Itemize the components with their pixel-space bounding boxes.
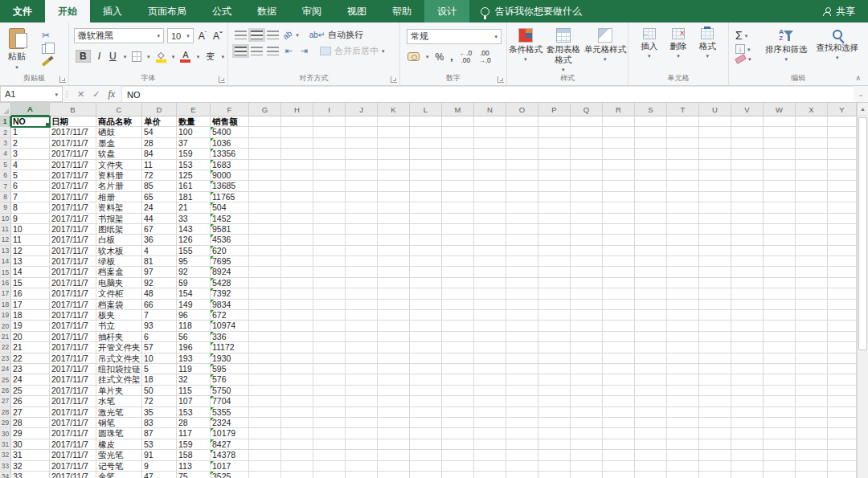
cell-C3[interactable]: 墨盒 [96, 138, 142, 149]
cell-G9[interactable] [249, 202, 281, 213]
phonetic-guide-button[interactable]: 变 [205, 52, 215, 60]
cell-H17[interactable] [281, 288, 313, 299]
cell-E25[interactable]: 32 [177, 374, 211, 385]
row-header-27[interactable]: 27 [0, 396, 11, 407]
cell-D10[interactable]: 44 [142, 214, 177, 224]
cell-J28[interactable] [346, 407, 378, 418]
row-header-1[interactable]: 1 [0, 116, 11, 127]
cell-V6[interactable] [731, 170, 764, 181]
cell-E34[interactable]: 75 [177, 472, 211, 478]
cell-E12[interactable]: 126 [177, 235, 211, 245]
cell-R8[interactable] [603, 192, 635, 202]
cell-X33[interactable] [796, 461, 828, 472]
cell-D33[interactable]: 9 [142, 461, 177, 472]
cell-H3[interactable] [281, 138, 313, 149]
cell-N16[interactable] [474, 278, 506, 288]
cell-I8[interactable] [313, 192, 346, 202]
scrollbar-thumb[interactable] [858, 117, 867, 350]
cell-B9[interactable]: 2017/11/7 [50, 202, 96, 213]
cell-I24[interactable] [313, 364, 346, 374]
column-header-Y[interactable]: Y [828, 103, 857, 116]
cell-S34[interactable] [635, 472, 667, 478]
cell-G18[interactable] [249, 300, 281, 310]
cell-U31[interactable] [699, 439, 731, 450]
cell-X24[interactable] [796, 364, 828, 374]
cell-K6[interactable] [378, 170, 410, 181]
cell-S6[interactable] [635, 170, 667, 181]
cell-W4[interactable] [764, 149, 796, 159]
cell-L6[interactable] [410, 170, 442, 181]
row-header-9[interactable]: 9 [0, 202, 11, 213]
cell-M2[interactable] [442, 127, 474, 137]
cell-Y5[interactable] [828, 160, 857, 170]
cell-J4[interactable] [346, 149, 378, 159]
cell-E27[interactable]: 107 [177, 396, 211, 407]
row-header-3[interactable]: 3 [0, 138, 11, 149]
cell-S12[interactable] [635, 235, 667, 245]
cell-O16[interactable] [506, 278, 538, 288]
row-header-25[interactable]: 25 [0, 374, 11, 385]
cell-P23[interactable] [538, 353, 571, 364]
cell-W18[interactable] [764, 300, 796, 310]
cell-W26[interactable] [764, 386, 796, 396]
cell-J6[interactable] [346, 170, 378, 181]
cell-X16[interactable] [796, 278, 828, 288]
cell-G23[interactable] [249, 353, 281, 364]
cell-E7[interactable]: 161 [177, 181, 211, 191]
cell-Q30[interactable] [571, 428, 603, 439]
cell-W31[interactable] [764, 439, 796, 450]
cell-Y24[interactable] [828, 364, 857, 374]
cell-T7[interactable] [667, 181, 699, 191]
cell-I13[interactable] [313, 246, 346, 256]
clear-button[interactable]: ▾ [735, 56, 751, 62]
cell-P31[interactable] [538, 439, 571, 450]
cell-O1[interactable] [506, 116, 538, 127]
cell-R34[interactable] [603, 472, 635, 478]
cell-V28[interactable] [731, 407, 764, 418]
cell-N11[interactable] [474, 224, 506, 235]
cell-F26[interactable]: 5750 [211, 386, 249, 396]
cell-F12[interactable]: 4536 [211, 235, 249, 245]
cell-I28[interactable] [313, 407, 346, 418]
cell-M28[interactable] [442, 407, 474, 418]
cell-I7[interactable] [313, 181, 346, 191]
cell-W25[interactable] [764, 374, 796, 385]
cell-J32[interactable] [346, 450, 378, 460]
bold-button[interactable]: B [76, 50, 91, 63]
orientation-button[interactable]: ab [281, 29, 293, 41]
cell-H10[interactable] [281, 214, 313, 224]
cell-A25[interactable]: 24 [11, 374, 50, 385]
cell-W21[interactable] [764, 332, 796, 342]
cell-M22[interactable] [442, 342, 474, 353]
cell-I23[interactable] [313, 353, 346, 364]
cell-O13[interactable] [506, 246, 538, 256]
cell-T28[interactable] [667, 407, 699, 418]
cell-L5[interactable] [410, 160, 442, 170]
cell-J11[interactable] [346, 224, 378, 235]
cell-E13[interactable]: 155 [177, 246, 211, 256]
cell-G19[interactable] [249, 310, 281, 321]
cell-N12[interactable] [474, 235, 506, 245]
cell-L20[interactable] [410, 321, 442, 331]
cell-F21[interactable]: 336 [211, 332, 249, 342]
cell-I29[interactable] [313, 418, 346, 428]
cell-N23[interactable] [474, 353, 506, 364]
cell-P6[interactable] [538, 170, 571, 181]
cell-M11[interactable] [442, 224, 474, 235]
cell-Y31[interactable] [828, 439, 857, 450]
cell-G10[interactable] [249, 214, 281, 224]
cell-M5[interactable] [442, 160, 474, 170]
orientation-dropdown-arrow[interactable]: ▾ [296, 32, 299, 38]
cell-D34[interactable]: 47 [142, 472, 177, 478]
cell-L27[interactable] [410, 396, 442, 407]
column-header-S[interactable]: S [635, 103, 667, 116]
cell-H20[interactable] [281, 321, 313, 331]
cell-K33[interactable] [378, 461, 410, 472]
cell-U28[interactable] [699, 407, 731, 418]
cell-N33[interactable] [474, 461, 506, 472]
cell-N34[interactable] [474, 472, 506, 478]
cell-I16[interactable] [313, 278, 346, 288]
cell-D12[interactable]: 36 [142, 235, 177, 245]
cell-X22[interactable] [796, 342, 828, 353]
cell-U20[interactable] [699, 321, 731, 331]
